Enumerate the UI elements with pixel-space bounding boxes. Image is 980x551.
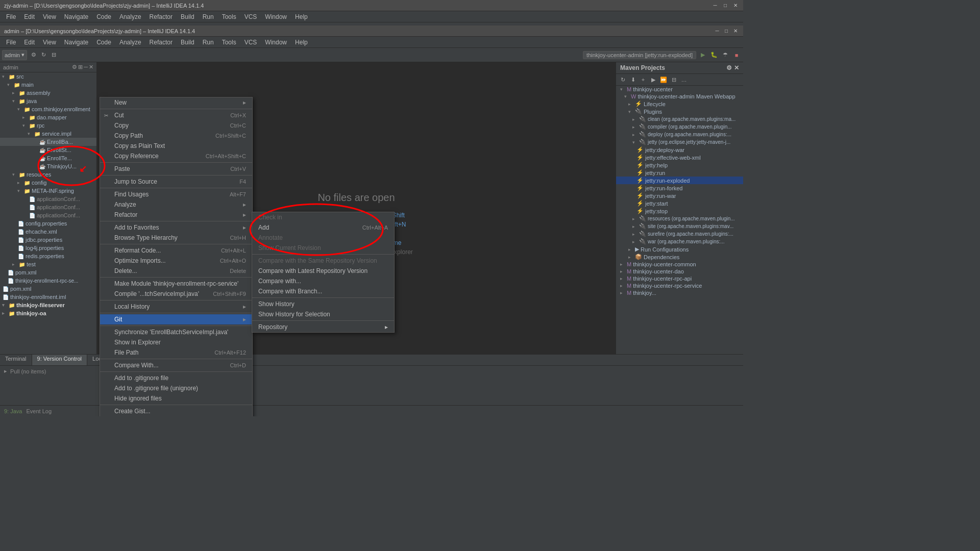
stop-btn[interactable]: ■ <box>732 51 741 60</box>
maven-jetty-deploy-war[interactable]: ⚡jetty:deploy-war <box>616 146 743 154</box>
ctx-gitignore[interactable]: Add to .gitignore file <box>100 373 252 383</box>
sec-menu-tools[interactable]: Tools <box>218 38 240 47</box>
ctx-copy-path[interactable]: Copy Path Ctrl+Shift+C <box>100 131 252 141</box>
tree-item-enrollment-rpc[interactable]: 📄thinkjoy-enrollment-rpc-se... <box>0 277 96 285</box>
sec-menu-code[interactable]: Code <box>92 38 115 47</box>
menu-edit[interactable]: Edit <box>20 12 39 21</box>
ctx-hide-ignored[interactable]: Hide ignored files <box>100 393 252 404</box>
tree-item-src[interactable]: ▾📁src <box>0 72 96 81</box>
secondary-minimize-btn[interactable]: ─ <box>714 28 721 35</box>
event-log[interactable]: Event Log <box>26 408 52 414</box>
tree-item-enrollba[interactable]: ☕EnrollBa... <box>0 138 96 146</box>
tree-item-configprop[interactable]: 📄config.properties <box>0 219 96 228</box>
ctx-compile[interactable]: Compile '...tchServiceImpl.java' Ctrl+Sh… <box>100 289 252 299</box>
ctx-jump-source[interactable]: Jump to Source F4 <box>100 177 252 187</box>
sync-icon[interactable]: ↻ <box>39 51 48 60</box>
tree-item-rpc[interactable]: ▾📁rpc <box>0 121 96 130</box>
tree-item-thinkjoyu[interactable]: ☕ThinkjoyU... <box>0 162 96 170</box>
panel-settings-icon[interactable]: ⚙ <box>72 64 77 70</box>
close-btn[interactable]: ✕ <box>732 2 739 9</box>
sec-menu-refactor[interactable]: Refactor <box>145 38 177 47</box>
tree-item-serviceimpl[interactable]: ▾📁service.impl <box>0 130 96 138</box>
settings-icon[interactable]: ⚙ <box>29 51 38 60</box>
menu-tools[interactable]: Tools <box>218 12 240 21</box>
maven-run-configs[interactable]: ▸▶Run Configurations <box>616 245 743 253</box>
maven-jetty[interactable]: ▾🔌jetty (org.eclipse.jetty:jetty-maven-j… <box>616 138 743 146</box>
vc-tab-terminal[interactable]: Terminal <box>0 355 32 365</box>
ctx-new[interactable]: New ▸ <box>100 97 252 108</box>
maven-jetty-run[interactable]: ⚡jetty:run <box>616 169 743 177</box>
maven-plugins[interactable]: ▾🔌Plugins <box>616 108 743 115</box>
maven-ucenter-admin[interactable]: ▾Wthinkjoy-ucenter-admin Maven Webapp <box>616 93 743 100</box>
maven-jetty-run-forked[interactable]: ⚡jetty:run-forked <box>616 184 743 192</box>
menu-analyze[interactable]: Analyze <box>115 12 145 21</box>
tree-item-enrollment[interactable]: ▾📁com.thinkjoy.enrollment <box>0 105 96 113</box>
menu-vcs[interactable]: VCS <box>240 12 261 21</box>
tree-item-jdbc[interactable]: 📄jdbc.properties <box>0 236 96 244</box>
ctx-add-favorites[interactable]: Add to Favorites ▸ <box>100 222 252 233</box>
sec-menu-help[interactable]: Help <box>291 38 312 47</box>
project-selector[interactable]: admin ▾ <box>2 50 27 60</box>
tree-item-resources[interactable]: ▾📁resources <box>0 170 96 179</box>
minimize-btn[interactable]: ─ <box>712 2 719 9</box>
ctx-optimize[interactable]: Optimize Imports... Ctrl+Alt+O <box>100 256 252 266</box>
sec-menu-window[interactable]: Window <box>261 38 291 47</box>
maven-thinkjoy-other[interactable]: ▸Mthinkjoy... <box>616 289 743 296</box>
tree-item-test[interactable]: ▸📁test <box>0 260 96 268</box>
ctx-git[interactable]: Git ▸ <box>100 314 252 324</box>
maven-skip-btn[interactable]: ⏩ <box>659 75 668 84</box>
ctx-make-module[interactable]: Make Module 'thinkjoy-enrollment-rpc-ser… <box>100 279 252 289</box>
menu-view[interactable]: View <box>39 12 60 21</box>
sec-menu-file[interactable]: File <box>2 38 20 47</box>
git-show-history-selection[interactable]: Show History for Selection <box>252 309 394 319</box>
maven-resources[interactable]: ▸🔌resources (org.apache.maven.plugin... <box>616 215 743 222</box>
collapse-icon[interactable]: ⊟ <box>50 51 59 60</box>
maven-lifecycle[interactable]: ▸⚡Lifecycle <box>616 100 743 108</box>
maven-ucenter-dao[interactable]: ▸Mthinkjoy-ucenter-dao <box>616 268 743 275</box>
tree-item-pomxml2[interactable]: 📄pom.xml <box>0 285 96 293</box>
maven-add-btn[interactable]: + <box>639 75 648 84</box>
tree-item-config[interactable]: ▸📁config <box>0 179 96 187</box>
git-add[interactable]: Add Ctrl+Alt+A <box>252 222 394 233</box>
sec-menu-run[interactable]: Run <box>199 38 218 47</box>
maven-compiler[interactable]: ▸🔌compiler (org.apache.maven.plugin... <box>616 123 743 131</box>
ctx-copy-reference[interactable]: Copy Reference Ctrl+Alt+Shift+C <box>100 151 252 161</box>
git-annotate[interactable]: Annotate <box>252 233 394 243</box>
maven-ucenter-common[interactable]: ▸Mthinkjoy-ucenter-common <box>616 261 743 268</box>
secondary-close-btn[interactable]: ✕ <box>732 28 739 35</box>
menu-run[interactable]: Run <box>199 12 218 21</box>
maven-download-btn[interactable]: ⬇ <box>628 75 638 84</box>
ctx-paste[interactable]: Paste Ctrl+V <box>100 164 252 174</box>
maven-close-icon[interactable]: ✕ <box>734 64 739 71</box>
tree-item-main[interactable]: ▾📁main <box>0 81 96 89</box>
maven-war[interactable]: ▸🔌war (org.apache.maven.plugins:... <box>616 238 743 245</box>
git-compare-branch[interactable]: Compare with Branch... <box>252 286 394 296</box>
tree-item-appconf1[interactable]: 📄applicationConf... <box>0 195 96 203</box>
tree-item-dao-mapper[interactable]: ▸📁dao.mapper <box>0 113 96 121</box>
sec-menu-view[interactable]: View <box>39 38 60 47</box>
ctx-analyze[interactable]: Analyze ▸ <box>100 199 252 210</box>
menu-refactor[interactable]: Refactor <box>145 12 177 21</box>
ctx-browse-hierarchy[interactable]: Browse Type Hierarchy Ctrl+H <box>100 233 252 243</box>
menu-build[interactable]: Build <box>177 12 199 21</box>
sec-menu-analyze[interactable]: Analyze <box>115 38 145 47</box>
git-compare-with[interactable]: Compare with... <box>252 276 394 286</box>
maven-dependencies[interactable]: ▸📦Dependencies <box>616 253 743 261</box>
sec-menu-vcs[interactable]: VCS <box>240 38 261 47</box>
git-show-current[interactable]: Show Current Revision <box>252 243 394 253</box>
panel-expand-icon[interactable]: ⊞ <box>78 64 83 70</box>
maven-ucenter-rpc-service[interactable]: ▸Mthinkjoy-ucenter-rpc-service <box>616 282 743 289</box>
menu-code[interactable]: Code <box>92 12 115 21</box>
git-repository[interactable]: Repository ▸ <box>252 322 394 332</box>
ctx-show-explorer[interactable]: Show in Explorer <box>100 337 252 347</box>
git-compare-same[interactable]: Compare with the Same Repository Version <box>252 256 394 266</box>
ctx-copy-plain-text[interactable]: Copy as Plain Text <box>100 141 252 151</box>
secondary-maximize-btn[interactable]: □ <box>723 28 730 35</box>
ctx-local-history[interactable]: Local History ▸ <box>100 302 252 312</box>
menu-navigate[interactable]: Navigate <box>60 12 92 21</box>
tree-item-appconf2[interactable]: 📄applicationConf... <box>0 203 96 211</box>
maven-settings-icon[interactable]: ⚙ <box>726 64 732 71</box>
maven-ucenter-rpc-api[interactable]: ▸Mthinkjoy-ucenter-rpc-api <box>616 275 743 282</box>
maven-jetty-effective[interactable]: ⚡jetty:effective-web-xml <box>616 154 743 161</box>
menu-help[interactable]: Help <box>291 12 312 21</box>
